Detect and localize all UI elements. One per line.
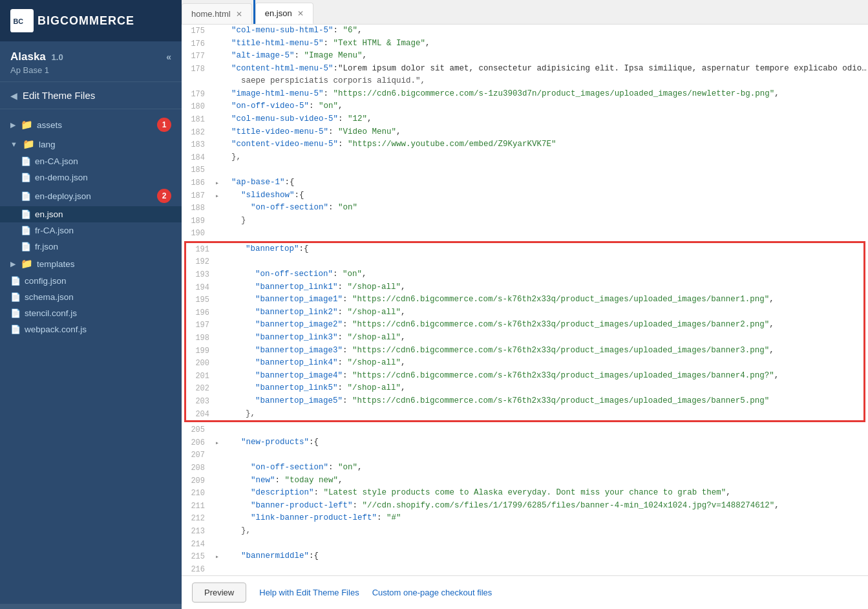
code-line[interactable]: 187▸ "slideshow":{ bbox=[182, 189, 868, 202]
code-line[interactable]: 179 "image-html-menu-5": "https://cdn6.b… bbox=[182, 88, 868, 101]
code-line[interactable]: 181 "col-menu-sub-video-5": "12", bbox=[182, 113, 868, 126]
tree-file-en-deploy-json[interactable]: 📄 en-deploy.json 2 bbox=[0, 186, 182, 206]
line-content: "on-off-section": "on" bbox=[222, 202, 868, 214]
sidebar-header: BC BIGCOMMERCE bbox=[0, 0, 182, 41]
arrow-marker bbox=[213, 126, 222, 128]
tree-file-fr-json[interactable]: 📄 fr.json bbox=[0, 239, 182, 255]
code-line[interactable]: 191 "bannertop":{ bbox=[186, 243, 863, 256]
tree-file-webpack-conf-js[interactable]: 📄 webpack.conf.js bbox=[0, 321, 182, 337]
tab-en-json[interactable]: en.json ✕ bbox=[255, 3, 313, 24]
line-content: }, bbox=[222, 525, 868, 537]
tree-file-en-json[interactable]: 📄 en.json bbox=[0, 206, 182, 222]
line-number: 181 bbox=[182, 113, 213, 126]
file-fr-label: fr.json bbox=[35, 242, 58, 251]
code-line[interactable]: 188 "on-off-section": "on" bbox=[182, 202, 868, 215]
code-line[interactable]: 199 "bannertop_image3": "https://cdn6.bi… bbox=[186, 345, 863, 358]
code-line[interactable]: 210 "description": "Latest style product… bbox=[182, 487, 868, 500]
line-number: 206 bbox=[182, 436, 213, 449]
tree-file-schema-json[interactable]: 📄 schema.json bbox=[0, 289, 182, 305]
code-line[interactable]: 213 }, bbox=[182, 525, 868, 538]
tree-file-stencil-conf-js[interactable]: 📄 stencil.conf.js bbox=[0, 305, 182, 321]
code-line[interactable]: 206▸ "new-products":{ bbox=[182, 436, 868, 449]
line-content: "bannertop_link2": "/shop-all", bbox=[226, 306, 863, 319]
tree-folder-assets[interactable]: ▶ 📁 assets 1 bbox=[0, 114, 182, 135]
arrow-marker bbox=[213, 151, 222, 153]
tab-home-html[interactable]: home.html ✕ bbox=[182, 3, 252, 24]
tree-folder-lang[interactable]: ▼ 📁 lang bbox=[0, 135, 182, 153]
code-line[interactable]: 194 "bannertop_link1": "/shop-all", bbox=[186, 281, 863, 294]
code-line[interactable]: 212 "link-banner-product-left": "#" bbox=[182, 512, 868, 525]
code-line[interactable]: 201 "bannertop_image4": "https://cdn6.bi… bbox=[186, 370, 863, 383]
arrow-marker bbox=[217, 382, 226, 384]
arrow-marker bbox=[213, 75, 222, 77]
caret-icon: ▶ bbox=[10, 121, 16, 129]
code-line[interactable]: 215▸ "bannermiddle":{ bbox=[182, 550, 868, 563]
code-line[interactable]: 175 "col-menu-sub-html-5": "6", bbox=[182, 25, 868, 37]
tab-en-json-close[interactable]: ✕ bbox=[297, 9, 304, 18]
checkout-link[interactable]: Custom one-page checkout files bbox=[372, 588, 492, 597]
tab-home-html-close[interactable]: ✕ bbox=[236, 10, 242, 19]
code-line[interactable]: 176 "title-html-menu-5": "Text HTML & Im… bbox=[182, 37, 868, 50]
edit-theme-files-nav[interactable]: ◀ Edit Theme Files bbox=[0, 82, 182, 109]
line-content: "content-video-menu-5": "https://www.you… bbox=[222, 138, 868, 151]
logo[interactable]: BC BIGCOMMERCE bbox=[10, 9, 134, 32]
code-line[interactable]: saepe perspiciatis corporis aliquid.", bbox=[182, 75, 868, 87]
code-line[interactable]: 208 "on-off-section": "on", bbox=[182, 462, 868, 475]
code-line[interactable]: 197 "bannertop_image2": "https://cdn6.bi… bbox=[186, 319, 863, 332]
tree-file-en-demo-json[interactable]: 📄 en-demo.json bbox=[0, 169, 182, 186]
code-line[interactable]: 178 "content-html-menu-5":"Lorem ipsum d… bbox=[182, 63, 868, 76]
code-line[interactable]: 184 }, bbox=[182, 151, 868, 164]
code-line[interactable]: 177 "alt-image-5": "Image Menu", bbox=[182, 50, 868, 63]
code-line[interactable]: 180 "on-off-video-5": "on", bbox=[182, 100, 868, 113]
file-icon: 📄 bbox=[21, 191, 31, 201]
code-line[interactable]: 183 "content-video-menu-5": "https://www… bbox=[182, 138, 868, 151]
arrow-marker bbox=[213, 88, 222, 90]
code-line[interactable]: 216 bbox=[182, 563, 868, 575]
arrow-marker bbox=[213, 500, 222, 502]
line-content: "bannertop_image1": "https://cdn6.bigcom… bbox=[226, 294, 863, 306]
code-editor[interactable]: 175 "col-menu-sub-html-5": "6",176 "titl… bbox=[182, 25, 868, 575]
line-content: "bannertop_image4": "https://cdn6.bigcom… bbox=[226, 370, 863, 382]
line-number: 188 bbox=[182, 202, 213, 215]
arrow-marker bbox=[217, 281, 226, 283]
code-line[interactable]: 189 } bbox=[182, 215, 868, 228]
line-content: "bannertop_link3": "/shop-all", bbox=[226, 332, 863, 344]
arrow-marker bbox=[217, 306, 226, 308]
code-line[interactable]: 211 "banner-product-left": "//cdn.shopif… bbox=[182, 500, 868, 513]
help-link[interactable]: Help with Edit Theme Files bbox=[259, 588, 359, 597]
tree-file-config-json[interactable]: 📄 config.json bbox=[0, 273, 182, 289]
code-line[interactable]: 198 "bannertop_link3": "/shop-all", bbox=[186, 332, 863, 345]
folder-templates-icon: 📁 bbox=[21, 258, 33, 270]
code-line[interactable]: 203 "bannertop_image5": "https://cdn6.bi… bbox=[186, 395, 863, 408]
code-line[interactable]: 186▸ "ap-base-1":{ bbox=[182, 176, 868, 189]
tree-folder-templates[interactable]: ▶ 📁 templates bbox=[0, 255, 182, 273]
arrow-marker bbox=[217, 319, 226, 321]
line-content: "new-products":{ bbox=[222, 436, 868, 449]
line-number: 196 bbox=[186, 306, 217, 319]
line-number: 193 bbox=[186, 268, 217, 281]
code-line[interactable]: 204 }, bbox=[186, 408, 863, 421]
code-line[interactable]: 190 bbox=[182, 227, 868, 240]
collapse-sidebar-button[interactable]: « bbox=[166, 52, 171, 62]
code-line[interactable]: 214 bbox=[182, 538, 868, 551]
code-line[interactable]: 209 "new": "today new", bbox=[182, 475, 868, 487]
code-line[interactable]: 196 "bannertop_link2": "/shop-all", bbox=[186, 306, 863, 319]
arrow-marker bbox=[213, 512, 222, 514]
line-number: 201 bbox=[186, 370, 217, 383]
code-line[interactable]: 192 bbox=[186, 255, 863, 268]
code-line[interactable]: 182 "title-video-menu-5": "Video Menu", bbox=[182, 126, 868, 139]
tree-file-fr-ca-json[interactable]: 📄 fr-CA.json bbox=[0, 222, 182, 239]
sidebar-scrollbar[interactable] bbox=[0, 604, 182, 609]
code-line[interactable]: 205 bbox=[182, 423, 868, 436]
preview-button[interactable]: Preview bbox=[192, 582, 246, 603]
bottom-bar: Preview Help with Edit Theme Files Custo… bbox=[182, 575, 868, 609]
tree-file-en-ca-json[interactable]: 📄 en-CA.json bbox=[0, 153, 182, 169]
line-content: "image-html-menu-5": "https://cdn6.bigco… bbox=[222, 88, 868, 100]
code-line[interactable]: 193 "on-off-section": "on", bbox=[186, 268, 863, 281]
code-line[interactable]: 207 bbox=[182, 449, 868, 462]
code-line[interactable]: 202 "bannertop_link5": "/shop-all", bbox=[186, 382, 863, 395]
code-line[interactable]: 185 bbox=[182, 164, 868, 176]
code-line[interactable]: 195 "bannertop_image1": "https://cdn6.bi… bbox=[186, 294, 863, 306]
code-line[interactable]: 200 "bannertop_link4": "/shop-all", bbox=[186, 357, 863, 370]
file-icon: 📄 bbox=[21, 242, 31, 251]
